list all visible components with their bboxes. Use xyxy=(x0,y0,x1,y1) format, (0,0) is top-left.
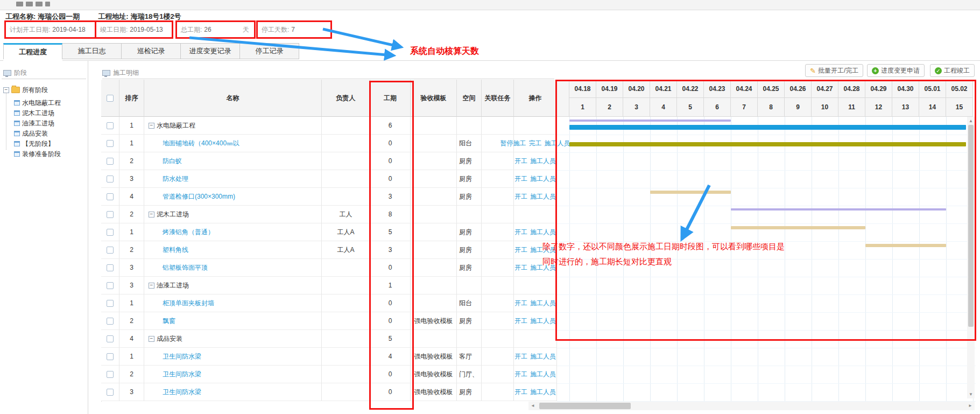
row-checkbox[interactable] xyxy=(107,300,114,307)
task-name-link[interactable]: 铝塑板饰面平顶 xyxy=(163,263,208,272)
row-checkbox[interactable] xyxy=(107,229,114,236)
gantt-date-04.18: 04.18 xyxy=(569,80,596,98)
action-link-施工人员[interactable]: 施工人员 xyxy=(530,299,556,308)
gantt-bar-overall-row1 xyxy=(569,125,966,130)
row-checkbox[interactable] xyxy=(107,140,114,147)
tree-item-装修准备阶段[interactable]: 装修准备阶段 xyxy=(14,149,61,159)
row-checkbox[interactable] xyxy=(107,122,114,129)
row-checkbox[interactable] xyxy=(107,158,114,165)
task-name-link[interactable]: 卫生间防水梁 xyxy=(163,388,201,397)
action-link-开工[interactable]: 开工 xyxy=(514,370,527,379)
cell-template xyxy=(411,135,457,152)
cell-space: 阳台 xyxy=(457,294,482,312)
project-name-value: 海瑞公园一期 xyxy=(38,12,80,20)
action-link-开工[interactable]: 开工 xyxy=(514,263,527,272)
action-link-开工[interactable]: 开工 xyxy=(514,317,527,326)
row-checkbox[interactable] xyxy=(107,211,114,218)
action-link-开工[interactable]: 开工 xyxy=(514,245,527,255)
task-name-link[interactable]: 防白蚁 xyxy=(163,157,182,166)
task-name-link[interactable]: 防水处理 xyxy=(163,174,188,184)
action-link-完工[interactable]: 完工 xyxy=(529,139,542,148)
scroll-right-arrow-icon[interactable]: ► xyxy=(968,403,972,409)
task-name-link[interactable]: 地面铺地砖（400×400㎜以 xyxy=(163,139,239,148)
action-link-施工人员[interactable]: 施工人员 xyxy=(530,157,556,166)
action-link-开工[interactable]: 开工 xyxy=(514,174,527,184)
vertical-scroll-thumb[interactable] xyxy=(968,125,974,327)
column-header-名称: 名称 xyxy=(144,80,322,117)
cell-sort: 4 xyxy=(119,330,144,348)
row-checkbox[interactable] xyxy=(107,176,114,183)
scroll-down-arrow-icon[interactable]: ▼ xyxy=(969,392,973,397)
action-link-施工人员[interactable]: 施工人员 xyxy=(530,388,556,397)
tab-施工日志[interactable]: 施工日志 xyxy=(62,43,122,59)
table-icon xyxy=(14,121,20,126)
action-link-暂停施工[interactable]: 暂停施工 xyxy=(500,139,526,148)
action-link-施工人员[interactable]: 施工人员 xyxy=(530,352,556,361)
horizontal-scroll-thumb[interactable] xyxy=(539,403,631,409)
task-name-link[interactable]: 烤漆铝角（普通） xyxy=(163,228,214,237)
action-link-开工[interactable]: 开工 xyxy=(514,192,527,201)
collapse-icon[interactable]: − xyxy=(149,123,154,129)
action-link-施工人员[interactable]: 施工人员 xyxy=(530,174,556,184)
toolbar-button-进度变更申请[interactable]: +进度变更申请 xyxy=(867,64,925,77)
row-checkbox[interactable] xyxy=(107,193,114,200)
row-checkbox[interactable] xyxy=(107,264,114,271)
tab-进度变更记录[interactable]: 进度变更记录 xyxy=(181,43,240,59)
project-info-line: 工程名称:海瑞公园一期工程地址:海瑞18号1楼2号 xyxy=(5,12,184,20)
cell-name: 卫生间防水梁 xyxy=(144,383,322,401)
tab-巡检记录[interactable]: 巡检记录 xyxy=(122,43,181,59)
toolbar-button-批量开工/完工[interactable]: ✎批量开工/完工 xyxy=(805,64,863,77)
action-link-开工[interactable]: 开工 xyxy=(514,352,527,361)
gantt-day-number: 1 xyxy=(569,98,596,117)
action-link-施工人员[interactable]: 施工人员 xyxy=(530,228,556,237)
row-checkbox[interactable] xyxy=(107,318,114,325)
gantt-date-04.29: 04.29 xyxy=(865,80,892,98)
tab-工程进度[interactable]: 工程进度 xyxy=(3,43,62,61)
stage-panel-title: 阶段 xyxy=(3,67,27,79)
tree-item-成品安装[interactable]: 成品安装 xyxy=(14,129,48,138)
tree-item-油漆工进场[interactable]: 油漆工进场 xyxy=(14,118,54,128)
row-checkbox[interactable] xyxy=(107,335,114,342)
action-link-开工[interactable]: 开工 xyxy=(514,228,527,237)
action-link-施工人员[interactable]: 施工人员 xyxy=(530,370,556,379)
cell-actions: 开工施工人员 xyxy=(514,366,557,383)
action-link-开工[interactable]: 开工 xyxy=(514,388,527,397)
tree-item-泥木工进场[interactable]: 泥木工进场 xyxy=(14,108,54,118)
task-name-link[interactable]: 飘窗 xyxy=(163,317,175,326)
row-checkbox[interactable] xyxy=(107,389,114,396)
select-all-checkbox[interactable] xyxy=(107,95,114,102)
task-name-link[interactable]: 柜顶单面夹板封墙 xyxy=(163,299,214,308)
gantt-date-04.30: 04.30 xyxy=(892,80,919,98)
toolbar-button-工程竣工[interactable]: ✓工程竣工 xyxy=(930,64,975,77)
tree-item-水电隐蔽工程[interactable]: 水电隐蔽工程 xyxy=(14,98,61,108)
tree-root-all-stages[interactable]: −所有阶段 xyxy=(3,85,48,95)
task-name-link[interactable]: 塑料角线 xyxy=(163,245,188,255)
task-name-link[interactable]: 卫生间防水梁 xyxy=(163,352,201,361)
cell-related-task xyxy=(482,312,514,330)
task-name-link[interactable]: 卫生间防水梁 xyxy=(163,370,201,379)
action-link-施工人员[interactable]: 施工人员 xyxy=(530,317,556,326)
collapse-icon[interactable]: − xyxy=(149,212,154,217)
collapse-icon[interactable]: − xyxy=(149,283,154,289)
table-icon xyxy=(14,110,20,116)
tree-item-【无阶段】[interactable]: 【无阶段】 xyxy=(14,139,54,149)
action-link-开工[interactable]: 开工 xyxy=(514,157,527,166)
row-checkbox[interactable] xyxy=(107,247,114,254)
row-checkbox[interactable] xyxy=(107,371,114,378)
task-name-link[interactable]: 管道检修口(300×300mm) xyxy=(163,192,235,201)
date-field-3: 停工天数:7 xyxy=(256,20,332,39)
tree-root-label: 所有阶段 xyxy=(22,86,48,95)
row-checkbox[interactable] xyxy=(107,282,114,289)
action-link-施工人员[interactable]: 施工人员 xyxy=(545,139,570,148)
cell-duration: 0 xyxy=(370,294,411,312)
collapse-icon[interactable]: − xyxy=(149,336,154,342)
action-link-开工[interactable]: 开工 xyxy=(514,299,527,308)
scroll-left-arrow-icon[interactable]: ◄ xyxy=(531,403,535,409)
column-header-操作: 操作 xyxy=(514,80,557,117)
tab-停工记录[interactable]: 停工记录 xyxy=(240,43,299,59)
action-link-施工人员[interactable]: 施工人员 xyxy=(530,192,556,201)
collapse-icon[interactable]: − xyxy=(3,87,9,93)
scroll-up-arrow-icon[interactable]: ▲ xyxy=(969,118,973,124)
row-checkbox[interactable] xyxy=(107,353,114,360)
field-label: 竣工日期: xyxy=(100,25,128,34)
